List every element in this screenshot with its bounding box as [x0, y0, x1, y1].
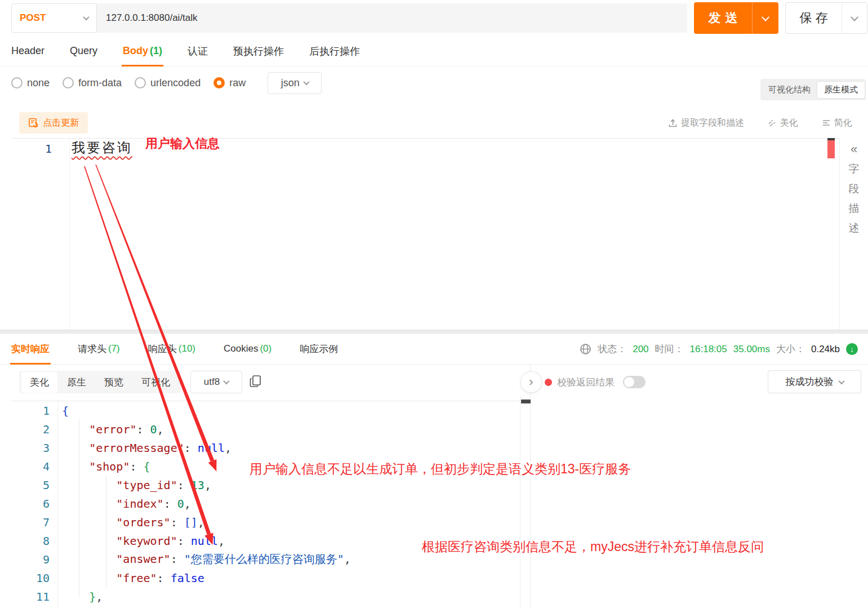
tab-cookies[interactable]: Cookies(0) — [224, 334, 271, 365]
chevron-down-icon — [851, 14, 858, 21]
chevron-down-icon — [303, 79, 309, 85]
body-mode-toggle: 可视化结构 原生模式 — [760, 79, 866, 100]
visual-structure-button[interactable]: 可视化结构 — [762, 82, 817, 98]
editor-actions: 提取字段和描述 美化 简化 — [668, 112, 852, 134]
download-icon[interactable]: ↓ — [846, 343, 858, 355]
upload-icon — [668, 118, 678, 128]
method-select[interactable]: POST — [11, 3, 97, 33]
copy-icon[interactable] — [250, 375, 262, 388]
code-line: 6 "index": 0, — [11, 494, 520, 513]
tab-header[interactable]: Header — [11, 36, 44, 66]
request-body-editor[interactable] — [11, 138, 839, 330]
response-view-switch: 美化 原生 预览 可视化 — [19, 371, 181, 393]
view-visualize[interactable]: 可视化 — [133, 372, 179, 393]
radio-icon — [63, 77, 74, 88]
chevron-down-icon — [762, 14, 769, 21]
response-code-lines[interactable]: 1{2 "error": 0,3 "errorMessage": null,4 … — [11, 401, 520, 608]
send-button-label: 发送 — [694, 10, 752, 26]
status-code: 200 — [633, 344, 648, 355]
scrollbar-thumb[interactable] — [521, 400, 531, 403]
radio-urlencoded[interactable]: urlencoded — [135, 77, 201, 89]
globe-icon — [580, 343, 591, 355]
toggle-knob — [624, 377, 634, 387]
chevron-down-icon — [83, 14, 89, 20]
annotation-user-input: 用户输入信息 — [145, 135, 220, 152]
tab-query[interactable]: Query — [70, 36, 97, 66]
code-line: 7 "orders": [], — [11, 513, 520, 531]
overview-ruler-error-mark[interactable] — [827, 140, 835, 158]
raw-format-select[interactable]: json — [268, 72, 322, 94]
radio-icon — [135, 77, 146, 88]
click-update-button[interactable]: 点击更新 — [19, 112, 88, 134]
time-label: 时间： — [655, 343, 684, 356]
tab-post-script[interactable]: 后执行操作 — [309, 36, 360, 66]
size-value: 0.24kb — [811, 344, 840, 355]
raw-mode-button[interactable]: 原生模式 — [817, 82, 865, 98]
url-input[interactable] — [97, 3, 687, 33]
save-button-label: 保存 — [786, 10, 842, 26]
radio-raw[interactable]: raw — [213, 77, 246, 89]
editor-gutter-divider — [69, 139, 70, 330]
radio-form-data[interactable]: form-data — [63, 77, 122, 89]
tab-body[interactable]: Body(1) — [123, 36, 162, 66]
tab-request-headers[interactable]: 请求头(7) — [78, 334, 120, 365]
status-label: 状态： — [598, 343, 626, 356]
click-update-label: 点击更新 — [43, 117, 79, 129]
panel-divider — [839, 138, 840, 330]
sparkle-icon — [768, 118, 777, 127]
send-dropdown[interactable] — [752, 2, 778, 34]
body-type-row: none form-data urlencoded raw json — [0, 66, 868, 99]
validate-toggle[interactable] — [623, 376, 646, 388]
request-body-text[interactable]: 我要咨询 — [72, 139, 132, 157]
response-status-bar: 状态： 200 时间： 16:18:05 35.00ms 大小： 0.24kb … — [580, 334, 858, 365]
collapse-left-icon[interactable]: « — [851, 142, 857, 157]
tab-pre-script[interactable]: 预执行操作 — [233, 36, 284, 66]
simplify-button[interactable]: 简化 — [822, 117, 852, 129]
code-line: 3 "errorMessage": null, — [11, 438, 520, 457]
scrollbar-track[interactable] — [520, 396, 520, 608]
tab-response-example[interactable]: 响应示例 — [300, 334, 338, 365]
indent-guide — [106, 476, 106, 587]
code-line: 10 "free": false — [11, 569, 520, 587]
tab-auth[interactable]: 认证 — [188, 36, 208, 66]
method-label: POST — [20, 12, 46, 24]
chevron-down-icon — [224, 378, 230, 384]
tab-response-headers[interactable]: 响应头(10) — [148, 334, 195, 365]
radio-icon — [11, 77, 23, 88]
field-description-panel[interactable]: « 字 段 描 述 — [843, 142, 865, 236]
duration-value: 35.00ms — [733, 344, 770, 355]
send-button[interactable]: 发送 — [694, 2, 778, 34]
radio-none[interactable]: none — [11, 77, 50, 89]
code-line: 11 }, — [11, 587, 520, 606]
view-preview[interactable]: 预览 — [96, 372, 132, 393]
tab-live-response[interactable]: 实时响应 — [11, 334, 50, 365]
annotation-classification: 用户输入信息不足以生成订单，但初步判定是语义类别13-医疗服务 — [250, 460, 631, 478]
size-label: 大小： — [776, 343, 805, 356]
code-line: 2 "error": 0, — [11, 420, 520, 438]
indent-guide — [79, 420, 79, 596]
save-button[interactable]: 保存 — [785, 2, 867, 34]
validate-mode-select[interactable]: 按成功校验 — [768, 370, 861, 393]
code-gutter-divider — [57, 401, 58, 608]
beautify-button[interactable]: 美化 — [768, 117, 798, 129]
view-beautify[interactable]: 美化 — [21, 372, 57, 393]
radio-selected-icon — [213, 77, 225, 88]
editor-line-number: 1 — [35, 142, 52, 156]
section-divider[interactable] — [0, 330, 868, 334]
chevron-down-icon — [838, 378, 844, 384]
save-dropdown[interactable] — [842, 3, 867, 33]
encoding-select[interactable]: utf8 — [190, 371, 242, 393]
lines-icon — [822, 118, 831, 127]
code-line: 1{ — [11, 401, 520, 420]
view-raw[interactable]: 原生 — [59, 372, 95, 393]
document-refresh-icon — [28, 118, 38, 128]
extract-fields-button[interactable]: 提取字段和描述 — [668, 117, 744, 129]
time-value: 16:18:05 — [690, 344, 727, 355]
annotation-followup: 根据医疗咨询类别信息不足，myJecs进行补充订单信息反问 — [422, 538, 764, 556]
request-tabs: Header Query Body(1) 认证 预执行操作 后执行操作 — [0, 36, 868, 66]
validate-result-label: 校验返回结果 — [557, 376, 615, 389]
validate-status-dot — [545, 379, 552, 386]
code-line: 5 "type_id": 13, — [11, 476, 520, 494]
expand-panel-button[interactable]: › — [520, 371, 542, 393]
